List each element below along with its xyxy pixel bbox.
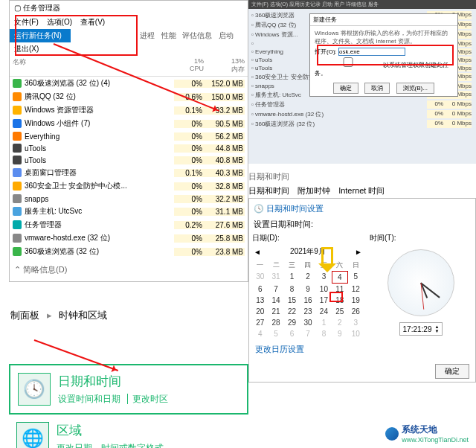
time-spinner[interactable]: ▲▼	[434, 324, 439, 333]
tab-startup[interactable]: 启动	[219, 31, 234, 39]
calendar-day[interactable]: 27	[252, 317, 268, 328]
table-row[interactable]: ▫ 任务管理器0%0 Mbps	[250, 100, 473, 109]
globe-icon: 🌐	[16, 422, 49, 448]
table-row[interactable]: Windows 资源管理器0.1%93.2 MB	[10, 103, 248, 117]
calendar-day[interactable]: 29	[284, 317, 300, 328]
table-row[interactable]: 360极速浏览器 (32 位)0%23.8 MB	[10, 245, 248, 258]
tab-processes[interactable]: 进程	[140, 31, 155, 39]
calendar-day[interactable]: 14	[268, 295, 283, 306]
table-row[interactable]: uTools0%44.8 MB	[10, 142, 248, 154]
tabs: 日期和时间 附加时钟 Internet 时间	[248, 185, 476, 196]
table-row[interactable]: Windows 小组件 (7)0%90.5 MB	[10, 117, 248, 130]
calendar-day[interactable]: 10	[348, 328, 364, 339]
app-icon	[13, 144, 22, 153]
calendar-day[interactable]: 28	[268, 317, 283, 328]
change-tz-link[interactable]: 更改时区	[127, 394, 168, 404]
calendar-day[interactable]: 3	[316, 271, 332, 284]
calendar-day[interactable]: 30	[252, 271, 268, 284]
cancel-button[interactable]: 取消	[364, 83, 390, 94]
menu-options[interactable]: 选项(O)	[47, 18, 72, 26]
calendar-day[interactable]: 12	[348, 284, 364, 295]
calendar-day[interactable]: 19	[348, 295, 364, 306]
process-table: 360极速浏览器 (32 位) (4)0%152.0 MB腾讯QQ (32 位)…	[10, 77, 248, 258]
tab-history[interactable]: 评估信息	[182, 31, 212, 39]
tab-internet-time[interactable]: Internet 时间	[338, 186, 385, 195]
calendar-day[interactable]: 13	[252, 295, 268, 306]
table-row[interactable]: 任务管理器0.2%27.6 MB	[10, 218, 248, 231]
calendar-day[interactable]: 7	[300, 328, 315, 339]
calendar-day[interactable]: 4	[252, 328, 268, 339]
region-panel-item[interactable]: 🌐 区域 更改日期、时间或数字格式	[9, 415, 248, 448]
next-month[interactable]: ►	[355, 248, 362, 256]
calendar-day[interactable]: 25	[332, 306, 347, 317]
table-row[interactable]: 360极速浏览器 (32 位) (4)0%152.0 MB	[10, 77, 248, 90]
calendar-day[interactable]: 20	[252, 306, 268, 317]
calendar-day[interactable]: 1	[316, 317, 332, 328]
ok-button[interactable]: 确定	[435, 364, 469, 379]
calendar-day[interactable]: 1	[284, 271, 300, 284]
table-row[interactable]: uTools0%40.8 MB	[10, 154, 248, 166]
tab-extra-clocks[interactable]: 附加时钟	[298, 186, 330, 195]
calendar-day[interactable]: 2	[332, 317, 347, 328]
calendar-day[interactable]: 5	[268, 328, 283, 339]
month-header[interactable]: 2021年9月	[290, 246, 326, 257]
admin-checkbox[interactable]	[315, 57, 382, 67]
calendar-day[interactable]: 7	[268, 284, 283, 295]
calendar-day[interactable]: 26	[348, 306, 364, 317]
table-row[interactable]: 桌面窗口管理器0.1%40.3 MB	[10, 166, 248, 179]
ok-button[interactable]: 确定	[333, 83, 358, 94]
menu-exit[interactable]: 退出(X)	[14, 45, 39, 53]
calendar-day[interactable]: 3	[348, 317, 364, 328]
table-row[interactable]: snapps0%32.2 MB	[10, 193, 248, 205]
menu-bar[interactable]: 文件(F) 选项(O) 查看(V)	[10, 16, 248, 29]
set-time-link[interactable]: 设置时间和日期	[58, 394, 120, 404]
clock-icon: 🕓	[18, 373, 51, 406]
datetime-settings-dialog: 🕓 日期和时间设置 设置日期和时间: 日期(D): ◄ 2021年9月 ► 一二…	[248, 198, 476, 383]
panel-item-title[interactable]: 日期和时间	[58, 373, 168, 390]
open-input[interactable]	[338, 48, 405, 56]
fewer-details[interactable]: ⌃ 简略信息(D)	[10, 258, 248, 281]
table-row[interactable]: 360安全卫士 安全防护中心模...0%32.8 MB	[10, 179, 248, 193]
calendar-day[interactable]: 24	[316, 306, 332, 317]
calendar-day[interactable]: 21	[268, 306, 283, 317]
calendar-day[interactable]: 11	[332, 284, 347, 295]
calendar-day[interactable]: 6	[252, 284, 268, 295]
tab-performance[interactable]: 性能	[161, 31, 176, 39]
calendar-day[interactable]: 18	[332, 295, 347, 306]
calendar-day[interactable]: 30	[300, 317, 315, 328]
calendar-day[interactable]: 5	[348, 271, 364, 284]
table-row[interactable]: 服务主机: UtcSvc0%31.1 MB	[10, 205, 248, 218]
calendar-day[interactable]: 4	[332, 271, 347, 284]
table-row[interactable]: ▫ 360极速浏览器 (32 位)0%0 Mbps	[250, 119, 473, 129]
browse-button[interactable]: 浏览(B)...	[396, 83, 434, 94]
table-row[interactable]: 腾讯QQ (32 位)0.6%150.0 MB	[10, 90, 248, 103]
calendar-day[interactable]: 6	[284, 328, 300, 339]
calendar-day[interactable]: 8	[316, 328, 332, 339]
table-row[interactable]: Everything0%56.2 MB	[10, 130, 248, 142]
calendar-day[interactable]: 2	[300, 271, 315, 284]
calendar-day[interactable]: 31	[268, 271, 283, 284]
time-input[interactable]: 17:21:29 ▲▼	[399, 322, 443, 336]
table-row[interactable]: vmware-hostd.exe (32 位)0%25.8 MB	[10, 231, 248, 245]
datetime-panel-item[interactable]: 🕓 日期和时间 设置时间和日期 更改时区	[9, 364, 248, 415]
calendar-day[interactable]: 9	[332, 328, 347, 339]
dialog-text: Windows 将根据你所输入的名称，为你打开相应的程序、文件夹、文档或 Int…	[315, 29, 453, 45]
menu-view[interactable]: 查看(V)	[80, 18, 105, 26]
col-name[interactable]: 名称	[13, 57, 174, 74]
calendar-day[interactable]: 17	[316, 295, 332, 306]
panel-item-title[interactable]: 区域	[57, 422, 164, 439]
calendar-day[interactable]: 23	[300, 306, 315, 317]
calendar-day[interactable]: 16	[300, 295, 315, 306]
calendar-day[interactable]: 8	[284, 284, 300, 295]
menu-file[interactable]: 文件(F)	[14, 18, 39, 26]
dialog-title: 新建任务	[313, 16, 337, 23]
calendar-day[interactable]: 22	[284, 306, 300, 317]
calendar-day[interactable]: 9	[300, 284, 315, 295]
prev-month[interactable]: ◄	[254, 248, 261, 256]
table-row[interactable]: ▫ vmware-hostd.exe (32 位)0%0 Mbps	[250, 109, 473, 119]
change-calendar-link[interactable]: 更改日历设置	[252, 339, 472, 359]
calendar-day[interactable]: 15	[284, 295, 300, 306]
tab-datetime[interactable]: 日期和时间	[248, 186, 289, 195]
menu-run-new-task[interactable]: 运行新任务(N)	[10, 29, 71, 42]
calendar-day[interactable]: 10	[316, 284, 332, 295]
